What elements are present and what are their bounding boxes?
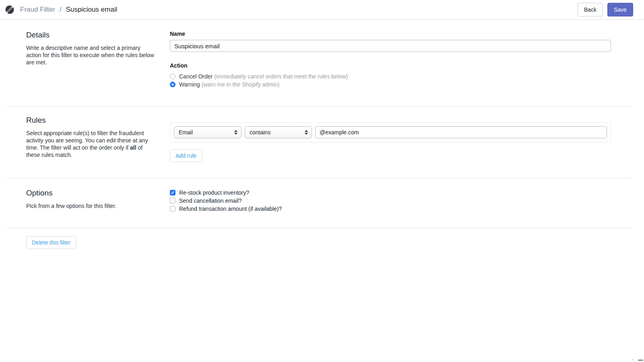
checkbox-send-cancellation-email[interactable]: Send cancellation email? <box>170 197 611 205</box>
name-label: Name <box>170 31 611 37</box>
details-section: Details Write a descriptive name and sel… <box>6 20 632 106</box>
breadcrumb-current-page: Suspicious email <box>66 6 118 14</box>
footer-section: Delete this filter <box>6 228 632 259</box>
add-rule-button[interactable]: Add rule <box>170 149 202 162</box>
options-description: Pick from a few options for this filter. <box>26 202 156 210</box>
rule-field-select[interactable]: Email <box>174 126 242 138</box>
back-button[interactable]: Back <box>578 3 603 16</box>
select-arrows-icon <box>234 130 237 135</box>
rule-value-input[interactable] <box>315 126 607 138</box>
details-description: Write a descriptive name and select a pr… <box>26 44 156 66</box>
filter-form: Details Write a descriptive name and sel… <box>0 20 644 259</box>
rules-description: Select appropriate rule(s) to filter the… <box>26 130 156 158</box>
checkbox-icon[interactable] <box>170 190 175 195</box>
details-section-intro: Details Write a descriptive name and sel… <box>26 31 156 88</box>
checkbox-restock-inventory[interactable]: Re-stock product inventory? <box>170 189 611 197</box>
radio-label: Warning <box>179 81 200 88</box>
select-arrows-icon <box>305 130 308 135</box>
fraud-filter-app-icon <box>5 5 14 14</box>
options-section: Options Pick from a few options for this… <box>6 178 632 228</box>
checkbox-label: Send cancellation email? <box>179 197 242 204</box>
action-radio-cancel-order[interactable]: Cancel Order (immediately cancel orders … <box>170 72 611 80</box>
options-heading: Options <box>26 189 156 198</box>
radio-button-icon[interactable] <box>170 74 175 79</box>
options-section-intro: Options Pick from a few options for this… <box>26 189 156 213</box>
rule-condition-select[interactable]: contains <box>245 126 312 138</box>
options-fields: Re-stock product inventory? Send cancell… <box>170 189 611 213</box>
radio-label: Cancel Order <box>179 73 213 80</box>
action-radio-warning[interactable]: Warning (warn me in the Shopify admin) <box>170 80 611 88</box>
save-button[interactable]: Save <box>607 3 633 16</box>
details-heading: Details <box>26 31 156 40</box>
rules-section: Rules Select appropriate rule(s) to filt… <box>6 106 632 178</box>
rules-section-intro: Rules Select appropriate rule(s) to filt… <box>26 116 156 162</box>
details-fields: Name Action Cancel Order (immediately ca… <box>170 31 611 88</box>
filter-name-input[interactable] <box>170 40 611 52</box>
checkbox-label: Re-stock product inventory? <box>179 189 249 196</box>
header-actions: Back Save <box>578 3 633 16</box>
delete-filter-button[interactable]: Delete this filter <box>26 236 76 249</box>
checkbox-icon[interactable] <box>170 198 175 204</box>
breadcrumb-separator: / <box>60 6 62 14</box>
rules-description-bold: all <box>130 144 136 151</box>
action-label: Action <box>170 62 611 69</box>
scrollbar-fragment <box>638 360 643 361</box>
checkbox-label: Refund transaction amount (if available)… <box>179 206 282 212</box>
scrollbar-fragment-dot <box>632 359 634 360</box>
rule-condition-selected-value: contains <box>250 129 270 136</box>
rules-heading: Rules <box>26 116 156 125</box>
breadcrumb-app-link[interactable]: Fraud Filter <box>20 6 55 14</box>
checkbox-icon[interactable] <box>170 206 175 212</box>
checkbox-refund-transaction[interactable]: Refund transaction amount (if available)… <box>170 205 611 213</box>
radio-hint: (immediately cancel orders that meet the… <box>214 73 348 80</box>
top-bar: Fraud Filter / Suspicious email Back Sav… <box>0 0 644 20</box>
rule-field-selected-value: Email <box>179 129 193 136</box>
breadcrumb: Fraud Filter / Suspicious email <box>5 5 117 14</box>
rule-row: Email contains <box>170 122 611 142</box>
rules-editor: Email contains Add rule <box>170 116 611 162</box>
radio-button-icon[interactable] <box>170 82 175 87</box>
radio-hint: (warn me in the Shopify admin) <box>202 81 280 88</box>
